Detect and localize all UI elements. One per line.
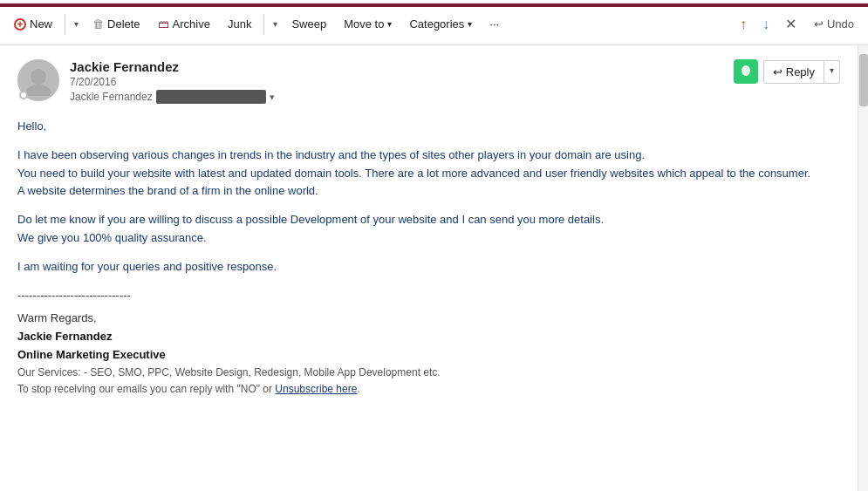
to-email-address (156, 90, 267, 104)
undo-label: Undo (827, 17, 854, 31)
archive-button[interactable]: 🗃 Archive (151, 13, 217, 35)
email-signature: ------------------------------ Warm Rega… (17, 287, 840, 399)
scrollbar-thumb[interactable] (859, 54, 868, 106)
to-label: Jackie Fernandez (70, 91, 153, 103)
more-button[interactable]: ··· (482, 13, 506, 35)
archive-icon: 🗃 (158, 17, 169, 31)
new-icon: + (14, 18, 26, 31)
categories-button[interactable]: Categories ▾ (402, 13, 479, 35)
email-header: Jackie Fernandez 7/20/2016 Jackie Fernan… (17, 59, 840, 104)
reply-dropdown-chevron[interactable]: ▾ (824, 61, 839, 83)
new-label: New (30, 17, 52, 31)
sig-title: Online Marketing Executive (17, 346, 840, 365)
delete-icon: 🗑 (92, 17, 104, 31)
unsubscribe-link[interactable]: Unsubscribe here (275, 383, 357, 395)
svg-point-1 (26, 85, 51, 96)
email-paragraph-1: I have been observing various changes in… (17, 147, 840, 201)
email-area: Jackie Fernandez 7/20/2016 Jackie Fernan… (0, 45, 868, 491)
svg-point-0 (31, 69, 46, 85)
email-actions: ↩ Reply ▾ (734, 59, 840, 84)
reply-icon: ↩ (773, 65, 783, 78)
junk-chevron[interactable]: ▾ (270, 15, 281, 33)
toolbar: + New ▾ 🗑 Delete 🗃 Archive Junk ▾ Sweep … (0, 3, 868, 45)
svg-rect-3 (744, 66, 748, 68)
email-date: 7/20/2016 (70, 76, 734, 88)
email-content: Jackie Fernandez 7/20/2016 Jackie Fernan… (0, 45, 858, 491)
sweep-label: Sweep (291, 17, 326, 31)
delete-label: Delete (107, 17, 140, 31)
undo-button[interactable]: ↩ Undo (807, 13, 861, 35)
close-button[interactable]: ✕ (780, 12, 802, 36)
expand-recipients-icon[interactable]: ▾ (270, 92, 275, 103)
unsubscribe-after: . (357, 383, 359, 395)
move-to-button[interactable]: Move to ▾ (337, 13, 399, 35)
junk-label: Junk (228, 17, 251, 31)
divider-2 (263, 14, 264, 35)
email-meta: Jackie Fernandez 7/20/2016 Jackie Fernan… (70, 59, 734, 104)
email-greeting: Hello, (17, 118, 840, 136)
divider-1 (65, 14, 65, 35)
reply-button[interactable]: ↩ Reply (764, 61, 824, 83)
unsubscribe-before: To stop receiving our emails you can rep… (17, 383, 275, 395)
sender-name: Jackie Fernandez (70, 59, 734, 74)
email-body: Hello, I have been observing various cha… (17, 118, 840, 398)
signature-divider: ------------------------------ (17, 287, 840, 305)
sig-name: Jackie Fernandez (17, 328, 840, 346)
sig-services: Our Services: - SEO, SMO, PPC, Website D… (17, 365, 840, 381)
up-arrow-button[interactable]: ↑ (735, 13, 752, 36)
delete-button[interactable]: 🗑 Delete (85, 13, 147, 35)
toolbar-right: ↑ ↓ ✕ ↩ Undo (735, 12, 861, 36)
new-chevron[interactable]: ▾ (71, 15, 82, 33)
more-icon: ··· (489, 17, 499, 31)
move-to-label: Move to (344, 17, 384, 31)
reply-label: Reply (786, 65, 815, 78)
email-to: Jackie Fernandez ▾ (70, 90, 734, 104)
move-to-chevron: ▾ (387, 19, 392, 29)
reply-group: ↩ Reply ▾ (763, 60, 840, 84)
down-arrow-button[interactable]: ↓ (757, 13, 775, 36)
avatar-icon (23, 65, 54, 96)
categories-chevron: ▾ (468, 19, 472, 29)
junk-button[interactable]: Junk (221, 13, 258, 35)
archive-label: Archive (173, 17, 210, 31)
categories-label: Categories (409, 17, 464, 31)
scrollbar-track (858, 45, 868, 491)
undo-icon: ↩ (814, 17, 824, 31)
accent-bar (0, 3, 868, 7)
sweep-button[interactable]: Sweep (284, 13, 333, 35)
avatar-container (17, 59, 59, 101)
evernote-icon[interactable] (734, 59, 758, 84)
sig-warm: Warm Regards, (17, 310, 840, 328)
sig-unsubscribe: To stop receiving our emails you can rep… (17, 381, 840, 398)
online-indicator (19, 91, 28, 99)
new-button[interactable]: + New (7, 13, 59, 35)
email-paragraph-3: I am waiting for your queries and positi… (17, 258, 840, 276)
email-paragraph-2: Do let me know if you are willing to dis… (17, 211, 840, 248)
